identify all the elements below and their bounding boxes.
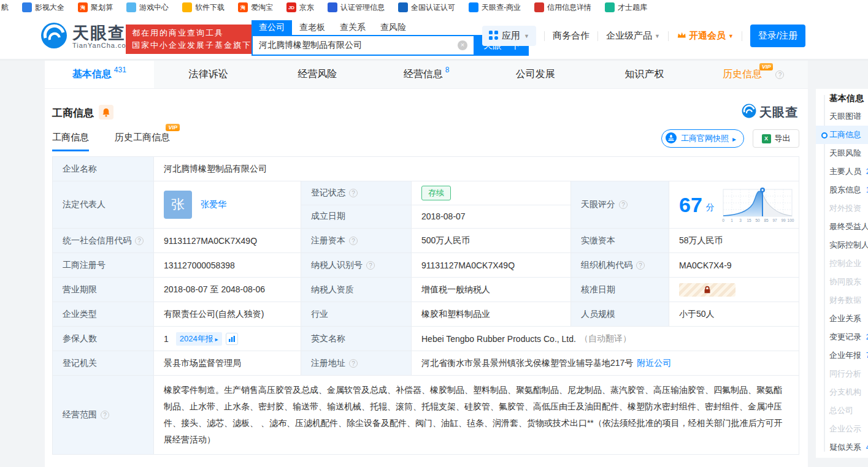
- search-input-value: 河北腾博橡塑制品有限公司: [259, 40, 362, 51]
- sidebar-item[interactable]: 最终受益人: [816, 218, 868, 236]
- table-row: 经营范围 橡胶零件制造。生产销售高压胶管及总成、金属软管及总成、补偿器、橡胶制品…: [53, 376, 799, 454]
- search-tab[interactable]: 查老板: [292, 20, 332, 35]
- subtab-label: 工商信息: [52, 132, 89, 142]
- avatar[interactable]: 张: [164, 191, 192, 219]
- sidebar-item[interactable]: 主要人员 2: [816, 162, 868, 181]
- export-button[interactable]: 导出: [753, 129, 799, 148]
- help-icon[interactable]: [636, 261, 645, 270]
- notification-bell-icon[interactable]: [99, 105, 113, 120]
- help-icon[interactable]: [101, 411, 109, 419]
- main-tab[interactable]: 基本信息 431: [45, 61, 154, 88]
- sidebar-item-label: 天眼图谱: [829, 112, 861, 121]
- help-icon[interactable]: [619, 200, 628, 209]
- trend-chart-icon[interactable]: [226, 333, 238, 345]
- bookmark-label: 软件下载: [195, 2, 225, 13]
- bookmark-item[interactable]: 航: [1, 2, 9, 13]
- bookmark-item[interactable]: 天眼查-商业: [469, 2, 521, 13]
- sidebar-item[interactable]: 企业年报 7: [816, 346, 868, 365]
- apps-grid-icon: [489, 31, 498, 42]
- main-tab[interactable]: 公司发展: [481, 61, 590, 88]
- score-distribution-chart: 0 1 3 15 50 85 97 99 100: [721, 186, 794, 224]
- sidebar-item[interactable]: 对外投资: [816, 199, 868, 218]
- snapshot-label: 工商官网快照: [681, 133, 729, 144]
- main-tab[interactable]: 经营信息 8: [372, 61, 481, 88]
- subtab-label: 历史工商信息: [115, 132, 170, 142]
- reg-number-value: 131127000058398: [154, 253, 301, 277]
- enterprise-products-menu[interactable]: 企业级产品: [606, 30, 660, 42]
- sidebar-item[interactable]: 协同股东: [816, 273, 868, 291]
- bookmark-label: 天眼查-商业: [482, 2, 521, 13]
- sidebar-item[interactable]: 总公司: [816, 401, 868, 420]
- sidebar-item-label: 变更记录: [829, 332, 861, 341]
- legal-rep-link[interactable]: 张爱华: [201, 199, 226, 210]
- reg-status-label: 登记状态: [301, 181, 412, 205]
- sidebar-item[interactable]: 天眼图谱: [816, 107, 868, 126]
- sidebar-item[interactable]: 变更记录 2: [816, 328, 868, 346]
- status-badge: 存续: [421, 186, 451, 200]
- bookmark-item[interactable]: 淘 聚划算: [78, 2, 113, 13]
- sidebar-item[interactable]: 财务数据: [816, 291, 868, 309]
- locked-value[interactable]: [679, 283, 735, 297]
- sidebar-item[interactable]: 同行分析: [816, 365, 868, 383]
- sidebar-item[interactable]: 天眼风险: [816, 144, 868, 162]
- help-icon[interactable]: [349, 359, 358, 368]
- credit-code-value: 91131127MA0CK7X49Q: [154, 229, 301, 252]
- bookmark-item[interactable]: 影视大全: [22, 2, 64, 13]
- sidebar-item[interactable]: 工商信息: [816, 126, 868, 144]
- annual-report-badge[interactable]: 2024年报: [176, 332, 222, 346]
- help-icon[interactable]: [775, 70, 784, 79]
- staff-size-label: 人员规模: [571, 302, 669, 326]
- help-icon[interactable]: [366, 261, 375, 270]
- main-tab[interactable]: 历史信息 VIP: [699, 61, 808, 88]
- bookmark-item[interactable]: 信用信息详情: [534, 2, 591, 13]
- sidebar-item[interactable]: 企业关系: [816, 309, 868, 328]
- business-scope-value: 橡胶零件制造。生产销售高压胶管及总成、金属软管及总成、补偿器、橡胶制品、塑料制品…: [154, 376, 799, 454]
- sidebar-item[interactable]: 实际控制人: [816, 236, 868, 254]
- bookmark-label: 聚划算: [91, 2, 113, 13]
- taxpayer-quality-value: 增值税一般纳税人: [412, 278, 571, 302]
- nearby-companies-link[interactable]: 附近公司: [637, 358, 671, 369]
- enterprise-products-label: 企业级产品: [606, 30, 652, 42]
- sidebar-item[interactable]: 疑似关系 41: [816, 438, 868, 457]
- sidebar-item[interactable]: 分支机构: [816, 383, 868, 401]
- tianyancha-logo[interactable]: 天眼查 TianYanCha.com: [40, 22, 133, 51]
- help-icon[interactable]: [135, 237, 144, 245]
- bookmark-item[interactable]: 淘 爱淘宝: [238, 2, 273, 13]
- main-tab[interactable]: 法律诉讼: [154, 61, 263, 88]
- est-date-label: 成立日期: [301, 205, 412, 229]
- help-icon[interactable]: [349, 237, 358, 245]
- bookmark-item[interactable]: 游戏中心: [126, 2, 169, 13]
- help-icon[interactable]: [349, 189, 358, 197]
- search-tab[interactable]: 查公司: [252, 20, 292, 35]
- industry-value: 橡胶和塑料制品业: [412, 302, 571, 326]
- apps-menu[interactable]: 应用: [482, 26, 536, 46]
- sidebar-item[interactable]: 企业公示: [816, 420, 868, 438]
- bookmark-item[interactable]: JD 京东: [286, 2, 314, 13]
- search-input[interactable]: 河北腾博橡塑制品有限公司: [252, 35, 475, 56]
- main-tab[interactable]: 经营风险: [263, 61, 372, 88]
- bookmark-item[interactable]: 软件下载: [182, 2, 225, 13]
- reg-number-label: 工商注册号: [53, 253, 154, 277]
- main-tab[interactable]: 知识产权: [590, 61, 699, 88]
- search-tab[interactable]: 查关系: [332, 20, 373, 35]
- business-coop-link[interactable]: 商务合作: [553, 30, 590, 42]
- official-snapshot-button[interactable]: 工商官网快照: [661, 129, 744, 148]
- search-tab-label: 查关系: [340, 22, 366, 32]
- svg-text:15: 15: [747, 218, 751, 222]
- vip-upgrade-link[interactable]: 开通会员: [677, 30, 734, 42]
- bookmark-favicon-icon: JD: [286, 2, 296, 12]
- search-tab[interactable]: 查风险: [373, 20, 413, 35]
- subtab-history-business-info[interactable]: 历史工商信息 VIP: [115, 132, 170, 151]
- staff-size-value: 小于50人: [669, 302, 799, 326]
- bookmark-item[interactable]: 全国认证认可: [398, 2, 455, 13]
- sidebar-item-label: 天眼风险: [829, 148, 861, 158]
- clear-icon[interactable]: [458, 40, 467, 50]
- export-label: 导出: [775, 133, 791, 144]
- bookmark-item[interactable]: 才士题库: [605, 2, 647, 13]
- subtab-business-info[interactable]: 工商信息: [52, 132, 89, 151]
- login-button[interactable]: 登录/注册: [750, 25, 805, 47]
- sidebar-item[interactable]: 控制企业: [816, 254, 868, 273]
- bookmark-item[interactable]: 认证管理信息: [328, 2, 385, 13]
- sidebar-item[interactable]: 股东信息 1: [816, 181, 868, 199]
- score-value: 67: [679, 193, 702, 217]
